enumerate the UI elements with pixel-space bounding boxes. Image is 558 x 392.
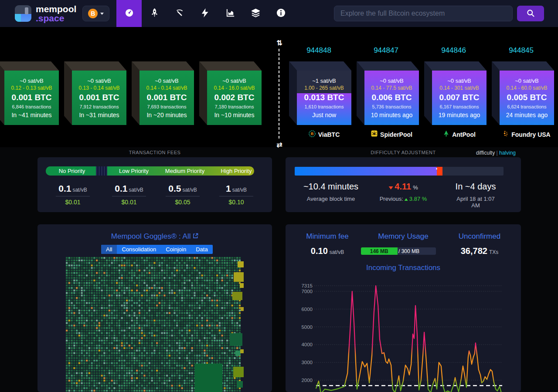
fee-no-priority: 0.1sat/vB $0.01	[47, 183, 99, 206]
nav-dashboard[interactable]	[116, 0, 142, 27]
mined-block-944845[interactable]: ~0 sat/vB 0.14 - 60.0 sat/vB 0.005 BTC 6…	[500, 71, 554, 125]
logo[interactable]: mempool .space	[15, 4, 76, 23]
unconfirmed-label[interactable]: Unconfirmed	[459, 232, 500, 241]
up-triangle-icon	[405, 198, 408, 201]
foundry-usa-pool-icon	[503, 130, 509, 139]
nav-graphs[interactable]	[218, 0, 243, 27]
minimum-fee-label[interactable]: Minimum fee	[306, 232, 348, 241]
unconfirmed-value: 36,782TXs	[461, 246, 499, 256]
difficulty-card: difficulty | halving ~10.4 minutes Avera…	[286, 157, 521, 212]
memory-usage-label[interactable]: Memory Usage	[378, 232, 428, 241]
svg-text:4000: 4000	[301, 342, 313, 347]
total-fees: 0.001 BTC	[12, 93, 52, 102]
antpool-pool-icon	[443, 130, 449, 139]
memory-total: / 300 MB	[398, 247, 419, 255]
fee-label-low-priority: Low Priority	[119, 168, 149, 174]
svg-text:3000: 3000	[301, 360, 313, 365]
minimum-fee-value: 0.10sat/vB	[311, 246, 344, 256]
goggles-tabs: All Consolidation Coinjoin Data	[101, 245, 213, 254]
tx-count: 6,846 transactions	[12, 104, 51, 109]
mined-block-944847[interactable]: ~0 sat/vB 0.14 - 77.5 sat/vB 0.006 BTC 5…	[364, 71, 419, 125]
difficulty-link[interactable]: difficulty	[476, 150, 495, 156]
chart-y-axis: 2000300040005000600070007315	[301, 283, 313, 383]
svg-text:7315: 7315	[301, 283, 313, 288]
mempool-stats-card: Minimum fee Memory Usage Unconfirmed 0.1…	[286, 224, 521, 392]
mempool-chain-divider	[279, 49, 279, 139]
pool-viabtc[interactable]: B ViaBTC	[297, 130, 351, 139]
block-height-944848[interactable]: 944848	[292, 46, 346, 55]
nav-mempool-blocks[interactable]	[243, 0, 268, 27]
mempool-block-3[interactable]: ~0 sat/vB 0.14 - 16.0 sat/vB 0.002 BTC 7…	[207, 71, 262, 125]
block-height-944847[interactable]: 944847	[359, 46, 413, 55]
currency-selector[interactable]: B	[82, 6, 109, 21]
halving-link[interactable]: halving	[499, 150, 516, 156]
bitcoin-icon: B	[88, 9, 98, 18]
block-height-944846[interactable]: 944846	[426, 46, 481, 55]
difficulty-progress-bar	[295, 167, 504, 176]
fees-section-title: TRANSACTION FEES	[37, 150, 272, 155]
memory-used: 146 MB	[361, 247, 398, 255]
down-triangle-icon	[388, 186, 393, 189]
nav-mining[interactable]	[167, 0, 192, 27]
external-link-icon	[193, 232, 198, 240]
difficulty-epoch-marker	[437, 167, 442, 176]
transaction-fees-card: No Priority Low Priority Medium Priority…	[37, 157, 272, 212]
retarget-eta: In ~4 days April 18 at 1:07 AM	[453, 182, 498, 209]
navbar: mempool .space B	[0, 0, 558, 27]
mined-block-944846[interactable]: ~0 sat/vB 0.14 - 301 sat/vB 0.007 BTC 6,…	[432, 71, 487, 125]
fee-medium-priority: 0.5sat/vB $0.05	[157, 183, 209, 206]
search-button[interactable]	[517, 6, 544, 21]
pickaxe-icon	[175, 8, 185, 20]
difficulty-change: 4.11% Previous:3.87 %	[380, 182, 427, 202]
block-eta: In ~41 minutes	[11, 112, 51, 118]
mempool-block-2[interactable]: ~0 sat/vB 0.14 - 0.14 sat/vB 0.001 BTC 7…	[140, 71, 194, 125]
search-icon	[526, 9, 535, 19]
pool-foundry-usa[interactable]: Foundry USA	[500, 130, 554, 139]
goggles-title-link[interactable]: Mempool Goggles® : All	[37, 232, 272, 241]
tab-coinjoin[interactable]: Coinjoin	[161, 245, 191, 254]
lightning-icon	[200, 8, 210, 20]
info-icon	[276, 8, 286, 20]
svg-text:2000: 2000	[301, 378, 313, 383]
logo-text-mempool: mempool	[36, 4, 76, 14]
search-input[interactable]	[334, 6, 513, 21]
nav-about[interactable]	[268, 0, 293, 27]
swap-arrows-icon[interactable]: ⇄	[275, 141, 284, 149]
mempool-block-1[interactable]: ~0 sat/vB 0.13 - 0.14 sat/vB 0.001 BTC 7…	[72, 71, 126, 125]
nav-lightning[interactable]	[192, 0, 218, 27]
nav-acceleration[interactable]	[142, 0, 167, 27]
goggles-treemap[interactable]	[66, 257, 244, 392]
incoming-transactions-chart[interactable]: 2000300040005000600070007315	[286, 281, 521, 392]
svg-text:5000: 5000	[301, 324, 313, 330]
fee-high-priority: 1sat/vB $0.10	[210, 183, 262, 206]
fee-bar-stripes	[96, 166, 107, 176]
tab-consolidation[interactable]: Consolidation	[117, 245, 161, 254]
svg-text:B: B	[310, 132, 313, 136]
spiderpool-pool-icon	[371, 130, 378, 139]
fee-label-medium-priority: Medium Priority	[165, 168, 204, 174]
mempool-block-0[interactable]: ~0 sat/vB 0.12 - 0.13 sat/vB 0.001 BTC 6…	[4, 71, 59, 125]
layers-icon	[251, 8, 261, 20]
rocket-icon	[150, 8, 160, 20]
sort-arrows-icon[interactable]: ⇅	[275, 39, 284, 47]
fee-label-no-priority: No Priority	[59, 168, 85, 174]
fee-label-high-priority: High Priority	[221, 168, 252, 174]
mempool-dashboard: mempool .space B	[0, 0, 558, 392]
mempool-goggles-card: Mempool Goggles® : All All Consolidation…	[37, 224, 272, 392]
pool-antpool[interactable]: AntPool	[432, 130, 487, 139]
mined-block-944848[interactable]: ~1 sat/vB 1.00 - 265 sat/vB 0.013 BTC 1,…	[297, 71, 351, 125]
dashboard-gauge-icon	[124, 8, 134, 20]
avg-block-time: ~10.4 minutes Average block time	[303, 182, 358, 202]
blocks-scene: ~0 sat/vB 0.12 - 0.13 sat/vB 0.001 BTC 6…	[0, 27, 558, 147]
tab-all[interactable]: All	[101, 245, 117, 254]
chart-icon	[225, 8, 235, 20]
block-height-944845[interactable]: 944845	[494, 46, 548, 55]
chevron-down-icon	[100, 13, 104, 15]
median-fee: ~0 sat/vB	[20, 78, 44, 84]
fee-low-priority: 0.1sat/vB $0.01	[103, 183, 155, 206]
svg-text:7000: 7000	[301, 289, 313, 294]
chart-series-line	[316, 286, 501, 392]
incoming-transactions-title: Incoming Transactions	[286, 264, 521, 272]
tab-data[interactable]: Data	[191, 245, 212, 254]
pool-spiderpool[interactable]: SpiderPool	[364, 130, 419, 139]
